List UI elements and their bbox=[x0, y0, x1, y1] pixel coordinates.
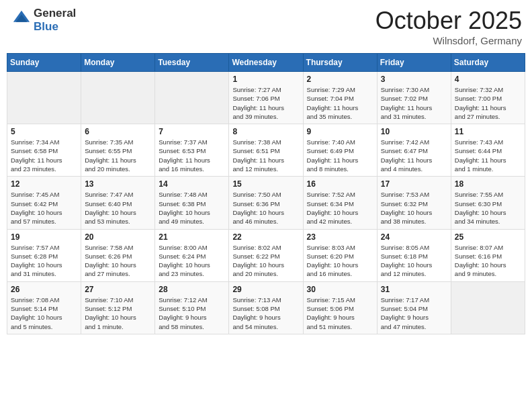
day-info: Sunrise: 7:15 AM Sunset: 5:06 PM Dayligh… bbox=[307, 295, 373, 331]
day-number: 11 bbox=[455, 127, 521, 136]
day-info: Sunrise: 7:27 AM Sunset: 7:06 PM Dayligh… bbox=[232, 85, 299, 121]
day-number: 8 bbox=[232, 127, 299, 136]
day-info: Sunrise: 7:17 AM Sunset: 5:04 PM Dayligh… bbox=[381, 295, 447, 331]
day-info: Sunrise: 7:43 AM Sunset: 6:44 PM Dayligh… bbox=[455, 138, 521, 173]
day-number: 4 bbox=[455, 75, 521, 84]
day-number: 28 bbox=[159, 285, 225, 294]
day-number: 9 bbox=[307, 127, 373, 136]
calendar-header-thursday: Thursday bbox=[303, 54, 377, 72]
calendar-cell: 8Sunrise: 7:38 AM Sunset: 6:51 PM Daylig… bbox=[229, 124, 303, 177]
calendar-cell: 21Sunrise: 8:00 AM Sunset: 6:24 PM Dayli… bbox=[155, 229, 229, 281]
day-number: 21 bbox=[159, 232, 225, 242]
day-number: 16 bbox=[307, 179, 373, 189]
calendar-cell: 29Sunrise: 7:13 AM Sunset: 5:08 PM Dayli… bbox=[229, 281, 303, 334]
day-info: Sunrise: 7:35 AM Sunset: 6:55 PM Dayligh… bbox=[85, 138, 151, 173]
day-number: 19 bbox=[11, 232, 77, 242]
logo: General Blue bbox=[10, 7, 76, 34]
calendar-cell: 13Sunrise: 7:47 AM Sunset: 6:40 PM Dayli… bbox=[81, 177, 155, 229]
calendar-cell: 11Sunrise: 7:43 AM Sunset: 6:44 PM Dayli… bbox=[451, 124, 525, 177]
calendar-cell: 5Sunrise: 7:34 AM Sunset: 6:58 PM Daylig… bbox=[7, 124, 81, 177]
calendar-cell: 2Sunrise: 7:29 AM Sunset: 7:04 PM Daylig… bbox=[303, 72, 377, 124]
day-info: Sunrise: 7:12 AM Sunset: 5:10 PM Dayligh… bbox=[159, 295, 225, 331]
day-info: Sunrise: 8:03 AM Sunset: 6:20 PM Dayligh… bbox=[307, 243, 373, 279]
calendar-cell: 16Sunrise: 7:52 AM Sunset: 6:34 PM Dayli… bbox=[303, 177, 377, 229]
calendar-cell: 22Sunrise: 8:02 AM Sunset: 6:22 PM Dayli… bbox=[229, 229, 303, 281]
day-number: 7 bbox=[159, 127, 225, 136]
day-number: 24 bbox=[381, 232, 447, 242]
logo-icon bbox=[12, 9, 31, 28]
day-info: Sunrise: 7:57 AM Sunset: 6:28 PM Dayligh… bbox=[11, 243, 77, 279]
calendar-cell: 17Sunrise: 7:53 AM Sunset: 6:32 PM Dayli… bbox=[377, 177, 451, 229]
day-info: Sunrise: 7:53 AM Sunset: 6:32 PM Dayligh… bbox=[381, 190, 447, 226]
calendar-cell: 12Sunrise: 7:45 AM Sunset: 6:42 PM Dayli… bbox=[7, 177, 81, 229]
day-number: 22 bbox=[232, 232, 299, 242]
calendar-cell: 19Sunrise: 7:57 AM Sunset: 6:28 PM Dayli… bbox=[7, 229, 81, 281]
day-number: 31 bbox=[381, 285, 447, 294]
calendar-cell: 27Sunrise: 7:10 AM Sunset: 5:12 PM Dayli… bbox=[81, 281, 155, 334]
day-number: 30 bbox=[307, 285, 373, 294]
calendar-header-wednesday: Wednesday bbox=[229, 54, 303, 72]
day-info: Sunrise: 7:29 AM Sunset: 7:04 PM Dayligh… bbox=[307, 85, 373, 121]
calendar-week-1: 1Sunrise: 7:27 AM Sunset: 7:06 PM Daylig… bbox=[7, 72, 525, 124]
title-block: October 2025 Wilnsdorf, Germany bbox=[375, 7, 522, 46]
calendar-week-3: 12Sunrise: 7:45 AM Sunset: 6:42 PM Dayli… bbox=[7, 177, 525, 229]
calendar-cell: 7Sunrise: 7:37 AM Sunset: 6:53 PM Daylig… bbox=[155, 124, 229, 177]
day-number: 2 bbox=[307, 75, 373, 84]
day-info: Sunrise: 8:02 AM Sunset: 6:22 PM Dayligh… bbox=[232, 243, 299, 279]
day-info: Sunrise: 7:40 AM Sunset: 6:49 PM Dayligh… bbox=[307, 138, 373, 173]
calendar-cell: 23Sunrise: 8:03 AM Sunset: 6:20 PM Dayli… bbox=[303, 229, 377, 281]
calendar-cell: 20Sunrise: 7:58 AM Sunset: 6:26 PM Dayli… bbox=[81, 229, 155, 281]
day-info: Sunrise: 7:34 AM Sunset: 6:58 PM Dayligh… bbox=[11, 138, 77, 173]
calendar-cell: 4Sunrise: 7:32 AM Sunset: 7:00 PM Daylig… bbox=[451, 72, 525, 124]
day-info: Sunrise: 8:07 AM Sunset: 6:16 PM Dayligh… bbox=[455, 243, 521, 279]
day-number: 18 bbox=[455, 179, 521, 189]
calendar-cell bbox=[81, 72, 155, 124]
calendar-header-sunday: Sunday bbox=[7, 54, 81, 72]
day-number: 12 bbox=[11, 179, 77, 189]
calendar-cell: 9Sunrise: 7:40 AM Sunset: 6:49 PM Daylig… bbox=[303, 124, 377, 177]
calendar-header-row: SundayMondayTuesdayWednesdayThursdayFrid… bbox=[7, 54, 525, 72]
day-number: 15 bbox=[232, 179, 299, 189]
calendar-cell bbox=[451, 281, 525, 334]
calendar-cell: 1Sunrise: 7:27 AM Sunset: 7:06 PM Daylig… bbox=[229, 72, 303, 124]
day-info: Sunrise: 7:45 AM Sunset: 6:42 PM Dayligh… bbox=[11, 190, 77, 226]
month-title: October 2025 bbox=[375, 7, 522, 35]
calendar-cell: 10Sunrise: 7:42 AM Sunset: 6:47 PM Dayli… bbox=[377, 124, 451, 177]
day-number: 29 bbox=[232, 285, 299, 294]
day-info: Sunrise: 7:55 AM Sunset: 6:30 PM Dayligh… bbox=[455, 190, 521, 226]
calendar-table: SundayMondayTuesdayWednesdayThursdayFrid… bbox=[7, 53, 525, 334]
calendar-cell: 6Sunrise: 7:35 AM Sunset: 6:55 PM Daylig… bbox=[81, 124, 155, 177]
day-number: 25 bbox=[455, 232, 521, 242]
day-info: Sunrise: 7:30 AM Sunset: 7:02 PM Dayligh… bbox=[381, 85, 447, 121]
day-info: Sunrise: 7:13 AM Sunset: 5:08 PM Dayligh… bbox=[232, 295, 299, 331]
day-info: Sunrise: 7:42 AM Sunset: 6:47 PM Dayligh… bbox=[381, 138, 447, 173]
calendar-cell: 25Sunrise: 8:07 AM Sunset: 6:16 PM Dayli… bbox=[451, 229, 525, 281]
calendar-cell: 15Sunrise: 7:50 AM Sunset: 6:36 PM Dayli… bbox=[229, 177, 303, 229]
day-number: 6 bbox=[85, 127, 151, 136]
day-info: Sunrise: 7:50 AM Sunset: 6:36 PM Dayligh… bbox=[232, 190, 299, 226]
day-number: 10 bbox=[381, 127, 447, 136]
calendar-header-friday: Friday bbox=[377, 54, 451, 72]
day-info: Sunrise: 7:52 AM Sunset: 6:34 PM Dayligh… bbox=[307, 190, 373, 226]
calendar-cell: 30Sunrise: 7:15 AM Sunset: 5:06 PM Dayli… bbox=[303, 281, 377, 334]
day-number: 13 bbox=[85, 179, 151, 189]
day-number: 26 bbox=[11, 285, 77, 294]
calendar-cell: 24Sunrise: 8:05 AM Sunset: 6:18 PM Dayli… bbox=[377, 229, 451, 281]
day-number: 3 bbox=[381, 75, 447, 84]
calendar-cell bbox=[155, 72, 229, 124]
day-number: 5 bbox=[11, 127, 77, 136]
calendar-cell: 3Sunrise: 7:30 AM Sunset: 7:02 PM Daylig… bbox=[377, 72, 451, 124]
calendar-header-saturday: Saturday bbox=[451, 54, 525, 72]
day-number: 1 bbox=[232, 75, 299, 84]
day-number: 20 bbox=[85, 232, 151, 242]
day-info: Sunrise: 7:58 AM Sunset: 6:26 PM Dayligh… bbox=[85, 243, 151, 279]
calendar-header-monday: Monday bbox=[81, 54, 155, 72]
logo-general: General bbox=[34, 7, 76, 20]
calendar-cell: 14Sunrise: 7:48 AM Sunset: 6:38 PM Dayli… bbox=[155, 177, 229, 229]
calendar-cell: 28Sunrise: 7:12 AM Sunset: 5:10 PM Dayli… bbox=[155, 281, 229, 334]
calendar-cell: 26Sunrise: 7:08 AM Sunset: 5:14 PM Dayli… bbox=[7, 281, 81, 334]
day-number: 17 bbox=[381, 179, 447, 189]
day-info: Sunrise: 7:38 AM Sunset: 6:51 PM Dayligh… bbox=[232, 138, 299, 173]
calendar-header-tuesday: Tuesday bbox=[155, 54, 229, 72]
location: Wilnsdorf, Germany bbox=[375, 35, 522, 46]
